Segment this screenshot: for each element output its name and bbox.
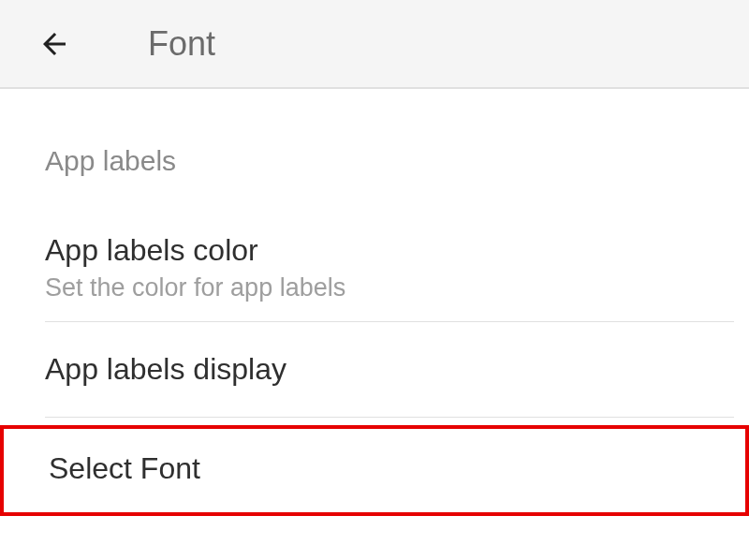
back-button[interactable] [36,25,73,63]
setting-subtitle: Set the color for app labels [45,273,704,302]
app-header: Font [0,0,749,89]
highlight-annotation: Select Font [0,425,749,516]
setting-title: App labels color [45,233,704,268]
setting-title: App labels display [45,352,704,387]
setting-select-font[interactable]: Select Font [4,429,745,512]
setting-app-labels-display[interactable]: App labels display [0,322,749,417]
setting-title: Select Font [49,451,700,486]
arrow-back-icon [37,27,71,61]
content-area: App labels App labels color Set the colo… [0,89,749,516]
setting-app-labels-color[interactable]: App labels color Set the color for app l… [0,214,749,321]
section-header: App labels [0,145,749,177]
divider [45,417,734,418]
page-title: Font [148,24,215,64]
